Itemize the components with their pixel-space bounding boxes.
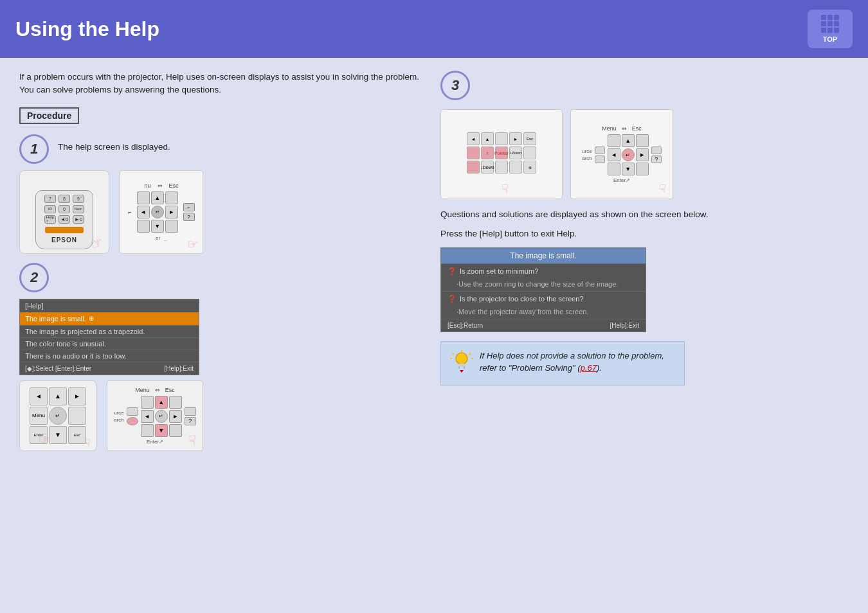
note-text: If Help does not provide a solution to t…: [480, 350, 675, 375]
lbl-arch: arch: [114, 417, 124, 423]
s3-zoom: ⇔: [622, 125, 627, 132]
step3-ctrl-image: Menu ⇔ Esc urce arch ▲: [570, 109, 673, 199]
right-column: 3 ◄ ▲ ► Esc ↑ Pointer I·Zoom ↓Down: [434, 71, 849, 451]
btn-vol2: ►0: [73, 215, 84, 224]
help-box-item-1: The image is projected as a trapezoid.: [20, 325, 199, 337]
btn-9: 9: [73, 195, 84, 203]
btn-vol1: ◄0: [59, 215, 70, 224]
ctrl-hand-icon: ☞: [187, 236, 199, 252]
questions-footer: [Esc]:Return [Help]:Exit: [441, 319, 646, 332]
questions-box: The image is small. ❓ Is zoom set to min…: [440, 247, 646, 332]
ctrl-large-left-btns: [127, 407, 138, 425]
q-footer-right: [Help]:Exit: [610, 322, 639, 329]
hand-icon-ctrl-large: ☟: [188, 432, 196, 448]
note-link[interactable]: p.67: [581, 363, 597, 373]
question-item-1: ❓ Is zoom set to minimum?: [441, 263, 646, 279]
top-button[interactable]: TOP: [808, 10, 853, 48]
tp-center: ↵: [49, 407, 67, 425]
btn-id: ID: [44, 205, 56, 213]
step3-remote-btns: ◄ ▲ ► Esc ↑ Pointer I·Zoom ↓Down ⊕: [467, 132, 536, 173]
label-bracket: ⌐: [128, 209, 131, 215]
step3-text2: Press the [Help] button to exit Help.: [440, 227, 849, 240]
svg-line-3: [453, 353, 455, 355]
s3-lbtn2: [595, 155, 605, 163]
hand-icon: ☞: [88, 233, 106, 253]
top-icon-grid: [821, 15, 839, 33]
lbl-urce: urce: [114, 410, 124, 416]
q-footer-left: [Esc]:Return: [448, 322, 483, 329]
label-er: er: [156, 235, 160, 241]
r3-btn4: ►: [509, 132, 522, 145]
ctrl-nav-pad: ▲ ◄ ↵ ► ▼: [137, 191, 178, 233]
nav-down-large: ▼: [155, 424, 168, 437]
nav-down: ▼: [151, 220, 164, 233]
nav-enter-large: ↵: [155, 410, 168, 423]
question-sub-1: ·Use the zoom ring to change the size of…: [441, 279, 646, 291]
hand-icon-trackpad2: ☟: [84, 437, 91, 449]
ctrl-help-btn: ?: [185, 417, 196, 425]
btn-num: Num: [73, 205, 84, 213]
r3-btn3: [495, 132, 508, 145]
ctrl-large-btn2: [127, 417, 138, 425]
nav-up: ▲: [151, 191, 164, 204]
remote-body: 7 8 9 ID 0 Num Help? ◄0 ►0 E: [35, 190, 93, 249]
r3-btn2: ▲: [481, 132, 494, 145]
help-box-item-3: There is no audio or it is too low.: [20, 350, 199, 362]
nav-empty3: [137, 220, 150, 233]
r3-up: ↑: [481, 147, 494, 159]
ctrl-large-labels: urce arch: [114, 410, 124, 423]
tp-up: ▲: [49, 387, 67, 405]
epson-brand: EPSON: [51, 236, 77, 244]
step1-circle: 1: [19, 134, 49, 164]
remote-top-buttons: 7 8 9: [44, 195, 84, 203]
s3-rbtn1: [651, 147, 662, 154]
ctrl-btn-help: ?: [183, 213, 195, 221]
r3-down-hand: [467, 161, 480, 173]
r3-down: ↓Down: [481, 161, 494, 173]
ctrl-large-image: Menu ⇔ Esc urce arch ▲: [107, 380, 203, 451]
ctrl-large-enter-label: Enter↗: [147, 439, 163, 445]
svg-line-4: [469, 353, 471, 355]
hand-icon-s3ctrl: ☟: [659, 182, 666, 196]
svg-point-0: [456, 353, 467, 364]
label-esc: Esc: [169, 182, 179, 189]
ctrl-top-labels: nu ⇔ Esc: [144, 182, 178, 189]
step1-text: The help screen is displayed.: [58, 134, 170, 152]
lbl-menu: Menu: [135, 387, 150, 393]
label-divider: ⎯: [164, 235, 167, 241]
s3ctrl-left-btns: [595, 147, 605, 163]
trackpad-image: ◄ ▲ ► Menu ↵ Enter ▼ Esc ☞ ☟: [19, 380, 96, 451]
r3-empty3: [509, 161, 522, 173]
s3ctrl-right-btns: ?: [651, 147, 662, 163]
page-header: Using the Help TOP: [0, 0, 868, 58]
btn-7: 7: [44, 195, 56, 203]
s3-nav-up: ▲: [622, 134, 635, 147]
label-zoom-icon: ⇔: [158, 182, 163, 189]
hand-icon-trackpad: ☞: [37, 430, 52, 449]
help-box-item-2: The color tone is unusual.: [20, 337, 199, 350]
help-footer-right: [Help]:Exit: [164, 365, 194, 372]
bulb-icon: [450, 350, 473, 377]
s3-nav-pad: ▲ ◄ ↵ ► ▼: [608, 134, 649, 175]
btn-8: 8: [59, 195, 70, 203]
help-box-header: [Help]: [20, 299, 199, 312]
note-text-end: ).: [597, 363, 602, 373]
s3-arch: arch: [582, 155, 592, 161]
nav-empty4: [165, 220, 178, 233]
nav-right-large: ►: [169, 410, 182, 423]
q-icon-2: ❓: [448, 295, 457, 303]
s3-nav-down: ▼: [622, 163, 635, 175]
page-title: Using the Help: [15, 17, 159, 41]
r3-q: ⊕: [523, 161, 536, 173]
lbl-zoom: ⇔: [155, 387, 160, 393]
s3-esc: Esc: [632, 125, 642, 132]
control-panel-image: nu ⇔ Esc ⌐ ▲ ◄ ↵ ► ▼: [120, 170, 203, 254]
ctrl-large-right-btns: ?: [185, 407, 196, 425]
selected-icon: ⊕: [89, 315, 94, 322]
q-icon-1: ❓: [448, 267, 457, 276]
remote-volume-bar: [45, 227, 84, 233]
s3ctrl-top: Menu ⇔ Esc: [602, 125, 642, 132]
step1-row: 1 The help screen is displayed.: [19, 134, 421, 164]
btn-0: 0: [59, 205, 70, 213]
label-nu: nu: [144, 182, 150, 189]
